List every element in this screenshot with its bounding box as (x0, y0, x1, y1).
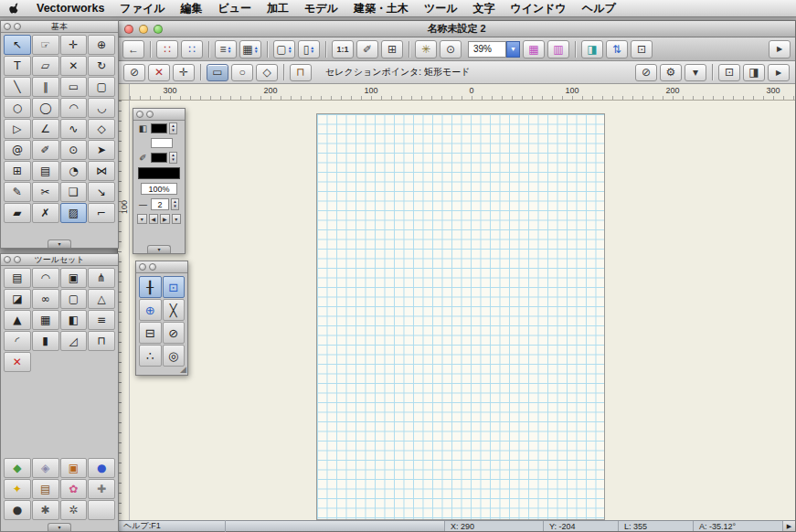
interactive-scaling-mode-button[interactable]: ⊘ (123, 64, 145, 81)
zoom-level-combo[interactable]: 39% ▼ (468, 41, 520, 58)
mode-overflow-button[interactable]: ▶ (768, 64, 790, 81)
quick-prefs-button[interactable]: ⚙ (660, 64, 682, 81)
saved-view-button[interactable]: ▦ (523, 40, 545, 59)
delete-vertex-tool[interactable]: ✕ (60, 56, 88, 76)
trim-tool[interactable]: ✗ (32, 203, 59, 223)
constraint-point-button[interactable]: ∷ (156, 40, 178, 59)
background-color-swatch[interactable] (151, 138, 173, 148)
attr-menu-left-button[interactable]: ▾ (137, 214, 147, 224)
resize-grip[interactable]: ◢ (180, 365, 186, 374)
sheet-forward-button[interactable]: ▯▲▼ (298, 40, 320, 59)
snapping-palette-header[interactable] (136, 261, 187, 273)
marquee-tool[interactable]: ❑ (60, 182, 88, 202)
toolbar-overflow-button[interactable]: ▶ (769, 40, 791, 59)
drawing-area[interactable] (316, 113, 605, 520)
seat-tool[interactable]: ⊓ (88, 331, 115, 351)
pen-tool[interactable]: ✎ (4, 182, 31, 202)
palette-collapse-button[interactable] (146, 111, 154, 118)
polyline-tool[interactable]: ∠ (32, 119, 59, 139)
active-color-swatch[interactable] (138, 167, 180, 179)
cylinder-tool[interactable]: ▮ (32, 331, 59, 351)
polygon-tool[interactable]: ▷ (4, 119, 31, 139)
protractor-tool[interactable]: ◔ (60, 161, 88, 181)
class-list-button[interactable]: ▦▲▼ (239, 40, 261, 59)
toolset-palette-header[interactable]: ツールセット (1, 254, 118, 266)
data-display-button[interactable]: ◨ (743, 64, 765, 81)
selection-tool[interactable]: ↖ (4, 35, 31, 55)
stepper-arrows[interactable]: ▲▼ (310, 46, 314, 53)
double-line-tool[interactable]: ∥ (32, 77, 59, 97)
freehand-tool[interactable]: ∿ (60, 119, 88, 139)
wedge-tool[interactable]: ◧ (60, 310, 88, 330)
stepper-arrows[interactable]: ▲▼ (254, 46, 259, 53)
palette-close-button[interactable] (136, 111, 143, 118)
palette-close-button[interactable] (4, 256, 11, 263)
attr-prev-button[interactable]: ◀ (149, 214, 159, 224)
menu-text[interactable]: 文字 (472, 1, 494, 16)
light-tool[interactable]: ✦ (4, 479, 31, 499)
zoom-line-thickness-button[interactable]: ⊘ (635, 64, 657, 81)
pen-style-button[interactable]: ✐ (356, 40, 378, 59)
zoom-level-value[interactable]: 39% (468, 41, 506, 58)
rectangle-tool[interactable]: ▭ (60, 77, 88, 97)
attr-menu-right-button[interactable]: ▾ (172, 214, 182, 224)
toolset-more-tab[interactable]: ▾ (48, 523, 71, 531)
split-tool[interactable]: ✂ (32, 182, 59, 202)
menu-window[interactable]: ウインドウ (510, 1, 566, 16)
arc-tool[interactable]: ◠ (60, 98, 88, 118)
stepper-arrows[interactable]: ▲▼ (288, 46, 292, 53)
attr-next-button[interactable]: ▶ (160, 214, 170, 224)
design-layer-button[interactable]: ≡▲▼ (215, 40, 237, 59)
cone-tool[interactable]: ▲ (4, 310, 31, 330)
fill-color-swatch[interactable] (151, 123, 167, 133)
edge-snap-toggle[interactable]: ⊟ (139, 322, 162, 344)
pyramid-tool[interactable]: △ (88, 289, 115, 309)
box-3d-tool[interactable]: ▦ (32, 310, 59, 330)
datum-snap-toggle[interactable]: ∴ (139, 345, 162, 367)
extrude-tool[interactable]: ◪ (4, 289, 31, 309)
workbench-button[interactable]: ⊓ (290, 64, 312, 81)
render-mode-button[interactable]: ◨ (581, 40, 603, 59)
zoom-window-button[interactable] (154, 25, 163, 34)
title-bar[interactable]: 名称未設定 2 (118, 21, 795, 37)
shell-tool[interactable]: ◜ (4, 331, 31, 351)
menu-help[interactable]: ヘルプ (582, 1, 616, 16)
layer-stepper-button[interactable]: ⇅ (606, 40, 628, 59)
minimize-button[interactable] (139, 25, 148, 34)
spiral-tool[interactable]: @ (4, 140, 31, 160)
menu-file[interactable]: ファイル (120, 1, 165, 16)
resize-tool[interactable]: ↘ (88, 182, 115, 202)
line-tool[interactable]: ╲ (4, 77, 31, 97)
scale-indicator-button[interactable]: 1:1 (332, 40, 354, 59)
palette-close-button[interactable] (139, 263, 146, 271)
hardware-tool[interactable]: ✚ (88, 479, 115, 499)
zoom-dropdown-button[interactable]: ▼ (506, 41, 520, 58)
basic-palette-header[interactable]: 基本 (1, 21, 118, 33)
menu-architecture[interactable]: 建築・土木 (354, 1, 409, 16)
delete-3d-tool[interactable]: ✕ (4, 352, 31, 372)
gears-tool[interactable]: ✲ (60, 500, 88, 520)
hexagon-tool[interactable]: ◇ (88, 119, 115, 139)
center-snap-toggle[interactable]: ⊕ (139, 299, 162, 321)
corner-arrow-tool[interactable]: ⌐ (88, 203, 115, 223)
menu-model[interactable]: モデル (304, 1, 338, 16)
menu-edit[interactable]: 編集 (180, 1, 202, 16)
line-weight-stepper[interactable]: ▲▼ (171, 198, 179, 210)
lasso-marquee-mode-button[interactable]: ○ (231, 64, 253, 81)
attributes-more-tab[interactable]: ▾ (147, 245, 171, 253)
object-snap-toggle[interactable]: ⊡ (163, 276, 186, 298)
scroll-right-button[interactable]: ▶ (782, 521, 795, 531)
round-wall-tool[interactable]: ◠ (32, 268, 59, 288)
reference-button[interactable]: ✳ (415, 40, 437, 59)
mirror-tool[interactable]: ⋈ (88, 161, 115, 181)
pen-color-swatch[interactable] (151, 153, 167, 163)
circle-tool[interactable]: ○ (4, 98, 31, 118)
sweep-tool[interactable]: ∞ (32, 289, 59, 309)
disable-snapping-mode-button[interactable]: ✕ (148, 64, 170, 81)
pan-tool[interactable]: ☞ (32, 35, 59, 55)
menu-tools[interactable]: ツール (424, 1, 458, 16)
apple-menu[interactable] (9, 2, 21, 15)
dimension-tool[interactable]: ▱ (32, 56, 59, 76)
pillar-tool[interactable]: ⋔ (88, 268, 115, 288)
grid-toggle-button[interactable]: ⊞ (381, 40, 403, 59)
